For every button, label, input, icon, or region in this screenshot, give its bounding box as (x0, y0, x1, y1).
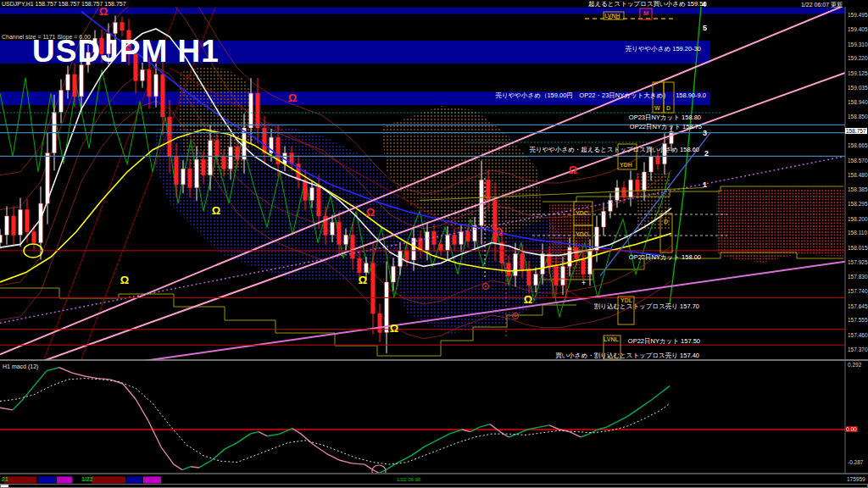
level-strip-159-50 (0, 8, 845, 14)
price-axis-label[interactable]: 157.830 (848, 274, 868, 280)
candle-body (656, 156, 659, 164)
macd-line-segment (59, 368, 72, 373)
price-axis-label[interactable]: 158.200 (848, 216, 868, 222)
candle-body (0, 235, 2, 242)
session-bar-segment (4, 477, 36, 484)
price-axis-label[interactable]: 159.220 (848, 55, 868, 61)
candle-body (215, 141, 219, 157)
macd-line-segment (379, 470, 386, 474)
macd-line-segment (339, 460, 352, 463)
candle-body (310, 188, 314, 201)
candle-body (195, 159, 198, 187)
macd-line-segment (490, 424, 500, 432)
price-axis-label[interactable]: 159.495 (848, 12, 868, 18)
price-axis-label[interactable]: 159.310 (848, 42, 868, 47)
candle-body (175, 156, 178, 184)
candle-body (5, 216, 8, 235)
horizontal-scrollbar[interactable] (1, 485, 868, 488)
macd-line-segment (661, 386, 670, 393)
macd-line-segment (212, 449, 225, 460)
candle-body (581, 258, 585, 274)
price-axis-label[interactable]: 159.125 (848, 70, 868, 76)
candle-body (364, 263, 368, 273)
macd-line-segment (148, 421, 161, 447)
price-axis-label[interactable]: 159.035 (848, 85, 868, 91)
macd-line-segment (21, 386, 34, 402)
tag-label: D (664, 219, 668, 225)
macd-axis-label[interactable]: -0.287 (848, 459, 863, 465)
price-axis-label[interactable]: 158.295 (848, 201, 868, 207)
session-bar-segment (143, 477, 161, 484)
scrollbar-thumb[interactable] (1, 485, 8, 487)
price-axis-label[interactable]: 158.480 (848, 172, 868, 178)
time-axis-date-label[interactable]: 1/22 (81, 476, 93, 482)
trading-chart-window: ΩΩΩΩΩΩΩΩΩΩ+ USDJPY,H1 158.757 158.757 15… (0, 0, 868, 488)
price-axis-label[interactable]: 158.570 (848, 158, 868, 164)
price-axis-label[interactable]: 158.665 (848, 142, 868, 148)
macd-line-segment (437, 434, 449, 441)
tag-label: LVNH (604, 13, 620, 19)
price-axis-label[interactable]: 157.925 (848, 259, 868, 265)
candle-body (59, 90, 63, 112)
candle-body (500, 243, 504, 263)
candle-body (209, 141, 212, 175)
macd-line-segment (13, 402, 21, 410)
candle-body (236, 147, 239, 159)
price-axis-label[interactable]: 157.740 (848, 288, 868, 294)
omega-marker-red: Ω (494, 225, 503, 238)
price-axis-label[interactable]: 157.645 (848, 303, 868, 309)
time-axis-date-label[interactable]: 21 (2, 476, 8, 482)
macd-line-segment (538, 425, 549, 428)
time-cursor-label: 1/22 06:00 (397, 477, 420, 482)
tag-label: LVNL (604, 336, 619, 342)
macd-line-segment (606, 423, 615, 427)
candle-body (229, 147, 232, 169)
price-axis-label[interactable]: 158.850 (848, 114, 868, 119)
level-annotation: 売りやや小さめ・超えるとストップロス買い小さめ 158.60 (529, 146, 699, 154)
macd-axis-label[interactable]: 0.292 (848, 362, 861, 368)
price-axis-label[interactable]: 157.370 (848, 347, 868, 352)
crosshair-marker: + (581, 279, 586, 287)
price-axis-label[interactable]: 158.940 (848, 99, 868, 105)
candle-body (147, 69, 151, 97)
candle-body (80, 65, 83, 97)
chart-canvas[interactable]: ΩΩΩΩΩΩΩΩΩΩ+ (0, 0, 868, 488)
candle-body (168, 117, 171, 156)
price-axis-label[interactable]: 157.460 (848, 332, 868, 338)
candle-body (514, 254, 517, 276)
candle-body (392, 266, 395, 282)
price-axis-label[interactable]: 158.015 (848, 245, 868, 251)
candle-body (66, 75, 70, 91)
macd-line-segment (373, 470, 379, 474)
macd-line-segment (364, 464, 373, 469)
channel-info-label: Channel size = 1171 Slope = 6.00 (2, 34, 91, 40)
candle-body (561, 266, 565, 285)
omega-marker-yellow: Ω (359, 274, 367, 286)
current-price-badge: 158.757 (845, 128, 867, 134)
alarm-marker-dot (485, 286, 487, 287)
candle-body (588, 251, 592, 274)
macd-line-segment (581, 434, 589, 437)
tag-label: YDO (576, 231, 588, 237)
macd-line-segment (72, 373, 85, 376)
macd-line-segment (479, 424, 490, 428)
session-bar-segment (38, 477, 56, 484)
tag-label: YDH (620, 162, 632, 168)
omega-marker-yellow: Ω (390, 322, 398, 335)
macd-line-segment (570, 432, 581, 437)
price-axis-label[interactable]: 158.110 (848, 230, 867, 236)
alarm-marker-dot (515, 315, 516, 317)
candle-body (622, 188, 626, 197)
tag-label: YDL (620, 297, 632, 303)
price-axis-label[interactable]: 158.385 (848, 186, 868, 192)
macd-line-segment (326, 453, 339, 460)
level-annotation: OP22日NYカット 158.75 (630, 123, 702, 131)
price-axis-label[interactable]: 157.555 (848, 317, 868, 323)
macd-line-segment (191, 467, 199, 468)
candle-body (643, 172, 646, 191)
level-annotation: 売りやや小さめ（159.00円 OP22・23日NYカット大きめ） 158.90… (496, 92, 707, 100)
price-axis-label[interactable]: 159.405 (848, 26, 868, 32)
level-annotation: 買い小さめ・割り込むとストップロス売り 157.40 (555, 352, 699, 360)
candle-body (25, 210, 29, 232)
macd-line-segment (424, 441, 437, 447)
